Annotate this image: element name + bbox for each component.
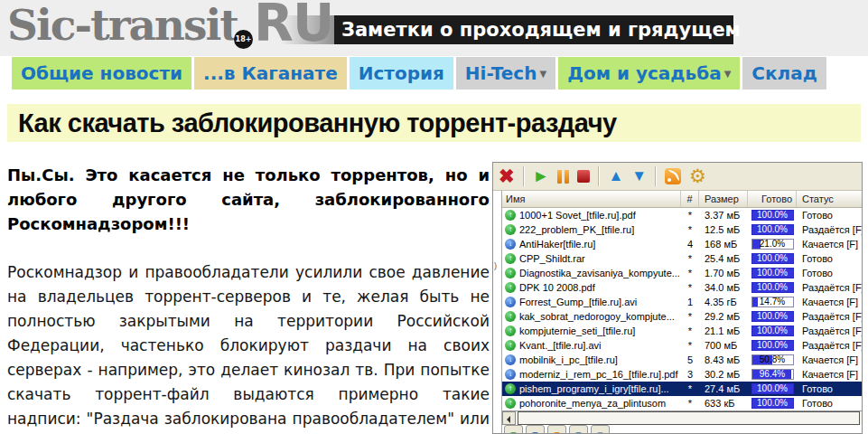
torrent-status: Готово: [797, 398, 862, 409]
progress-bar: 100.0%: [751, 282, 794, 293]
torrent-number: *: [681, 268, 699, 278]
detail-tab[interactable]: [569, 425, 588, 434]
torrent-name: pohoronite_menya_za_plintusom: [519, 398, 666, 409]
torrent-name: AntiHaker[tfile.ru]: [519, 239, 595, 250]
settings-icon[interactable]: ⚙: [689, 165, 706, 187]
detail-tab[interactable]: [547, 425, 566, 434]
nav-item-label: История: [359, 62, 444, 84]
torrent-name-cell: ↑DPK 10 2008.pdf: [502, 282, 681, 293]
main-nav: Общие новости ...в Каганате История Hi-T…: [12, 57, 826, 90]
article-lead: Пы.Сы. Это касается не только торрентов,…: [7, 163, 490, 236]
chevron-down-icon: ▼: [724, 69, 732, 79]
pause-icon[interactable]: [557, 170, 569, 184]
torrent-progress-cell: 96.4%: [748, 369, 797, 380]
detail-tab[interactable]: [504, 425, 523, 434]
rss-feed-icon[interactable]: [665, 168, 681, 184]
detail-tabs: [502, 425, 862, 434]
column-header-status[interactable]: Статус: [797, 191, 862, 207]
torrent-number: *: [681, 398, 699, 409]
scroll-left-button[interactable]: [502, 411, 516, 425]
progress-bar: 96.4%: [751, 369, 794, 380]
move-down-icon[interactable]: ▼: [631, 167, 647, 185]
site-logo[interactable]: Sic-transit: [7, 0, 238, 50]
download-arrow-icon: ↓: [505, 369, 516, 380]
table-row[interactable]: ↑Diagnostika_zavisaniya_kompyute...*1.70…: [502, 266, 862, 280]
nav-item-sklad[interactable]: Склад: [742, 57, 826, 90]
nav-item-obshchie-novosti[interactable]: Общие новости: [12, 57, 191, 90]
torrent-toolbar: ✖ ► ▲ ▼ ⚙: [493, 163, 862, 191]
progress-bar: 21.0%: [751, 239, 794, 250]
table-row[interactable]: ↑1000+1 Sovet_[tfile.ru].pdf*3.37 мБ100.…: [502, 208, 862, 222]
remove-icon[interactable]: ✖: [499, 165, 515, 187]
stop-icon[interactable]: [577, 170, 590, 183]
seed-arrow-icon: ↑: [505, 383, 516, 394]
torrent-name: pishem_programy_i_igry[tfile.ru]...: [519, 383, 669, 394]
torrent-name-cell: ↓AntiHaker[tfile.ru]: [502, 239, 681, 250]
column-header-number[interactable]: #: [681, 191, 699, 207]
toolbar-separator: [598, 166, 600, 186]
torrent-number: *: [681, 224, 699, 235]
progress-bar: 100.0%: [751, 340, 794, 351]
start-icon[interactable]: ►: [533, 166, 550, 186]
seed-arrow-icon: ↑: [505, 253, 516, 264]
progress-label: 100.0%: [752, 225, 793, 234]
table-row[interactable]: ↑DPK 10 2008.pdf*34.0 мБ100.0%Раздаётся …: [502, 280, 862, 295]
torrent-progress-cell: 100.0%: [748, 224, 797, 235]
torrent-name-cell: ↑CPP_Shildt.rar: [502, 253, 681, 264]
torrent-name: CPP_Shildt.rar: [519, 253, 585, 264]
site-logo-tld[interactable]: RU: [254, 0, 333, 52]
scrollbar-thumb[interactable]: [518, 411, 860, 425]
seed-arrow-icon: ↑: [505, 311, 516, 322]
table-row[interactable]: ↑kak_sobrat_nedorogoy_kompjute...*29.2 м…: [502, 309, 862, 324]
torrent-name: Forrest_Gump_[tfile.ru].avi: [519, 297, 637, 307]
move-up-icon[interactable]: ▲: [608, 167, 623, 185]
torrent-number: 1: [681, 297, 699, 307]
progress-label: 50.8%: [752, 355, 793, 364]
nav-item-hi-tech[interactable]: Hi-Tech▼: [456, 57, 555, 90]
detail-tab[interactable]: [591, 425, 610, 434]
torrent-name: 222_problem_PK_[tfile.ru]: [519, 224, 634, 235]
torrent-status: Качается [F]: [797, 369, 862, 380]
table-row[interactable]: ↑CPP_Shildt.rar*25.4 мБ100.0%Готово: [502, 251, 862, 266]
torrent-status: Раздаётся [F]: [797, 224, 862, 235]
nav-item-dom-i-usadba[interactable]: Дом и усадьба▼: [558, 57, 740, 90]
seed-arrow-icon: ↑: [505, 268, 516, 278]
torrent-status: Раздаётся [F]: [797, 311, 862, 322]
torrent-size: 8.43 мБ: [699, 354, 748, 365]
horizontal-scrollbar[interactable]: [502, 410, 862, 425]
site-header: Sic-transit 18+ RU Заметки о проходящем …: [0, 0, 868, 56]
table-row[interactable]: ↓AntiHaker[tfile.ru]4168 мБ21.0%Качается…: [502, 237, 862, 251]
torrent-size: 168 мБ: [699, 239, 748, 250]
table-row[interactable]: ↑pohoronite_menya_za_plintusom*633 кБ100…: [502, 396, 862, 410]
torrent-size: 34.0 мБ: [699, 282, 748, 293]
progress-bar: 100.0%: [751, 210, 794, 221]
table-row[interactable]: ↑pishem_programy_i_igry[tfile.ru]...*27.…: [502, 382, 862, 396]
progress-label: 100.0%: [752, 254, 793, 263]
torrent-progress-cell: 100.0%: [748, 383, 797, 394]
sidebar-sliver: ): [493, 191, 502, 433]
torrent-status: Качается [F]: [797, 297, 862, 307]
column-header-size[interactable]: Размер: [699, 191, 748, 207]
torrent-size: 27.4 мБ: [699, 383, 748, 394]
column-header-progress[interactable]: Готово: [748, 191, 797, 207]
article-body: Пы.Сы. Это касается не только торрентов,…: [7, 163, 490, 434]
download-arrow-icon: ↓: [505, 354, 516, 365]
torrent-name: kak_sobrat_nedorogoy_kompjute...: [519, 311, 675, 322]
table-row[interactable]: ↑Kvant._[tfile.ru].avi*700 мБ100.0%Разда…: [502, 338, 862, 353]
torrent-progress-cell: 100.0%: [748, 398, 797, 409]
table-header: Имя # Размер Готово Статус: [502, 191, 862, 208]
torrent-status: Качается [F]: [797, 239, 862, 250]
table-row[interactable]: ↑kompjuternie_seti_[tfile.ru]*21.1 мБ100…: [502, 324, 862, 338]
table-row[interactable]: ↓Forrest_Gump_[tfile.ru].avi14.35 гБ14.7…: [502, 295, 862, 309]
nav-item-istoriya[interactable]: История: [350, 57, 453, 90]
table-row[interactable]: ↓mobilnik_i_pc_[tfile.ru]58.43 мБ50.8%Ка…: [502, 353, 862, 367]
torrent-number: *: [681, 326, 699, 336]
torrent-client-window: ✖ ► ▲ ▼ ⚙ ) Имя # Размер Готово Статус ↑…: [492, 162, 863, 434]
nav-item-v-kaganate[interactable]: ...в Каганате: [194, 57, 347, 90]
table-row[interactable]: ↓moderniz_i_rem_pc_16_[tfile.ru].pdf330.…: [502, 367, 862, 382]
torrent-name: 1000+1 Sovet_[tfile.ru].pdf: [519, 210, 636, 221]
detail-tab[interactable]: [526, 425, 545, 434]
column-header-name[interactable]: Имя: [502, 191, 681, 207]
table-row[interactable]: ↑222_problem_PK_[tfile.ru]*12.5 мБ100.0%…: [502, 222, 862, 237]
seed-arrow-icon: ↑: [505, 326, 516, 336]
